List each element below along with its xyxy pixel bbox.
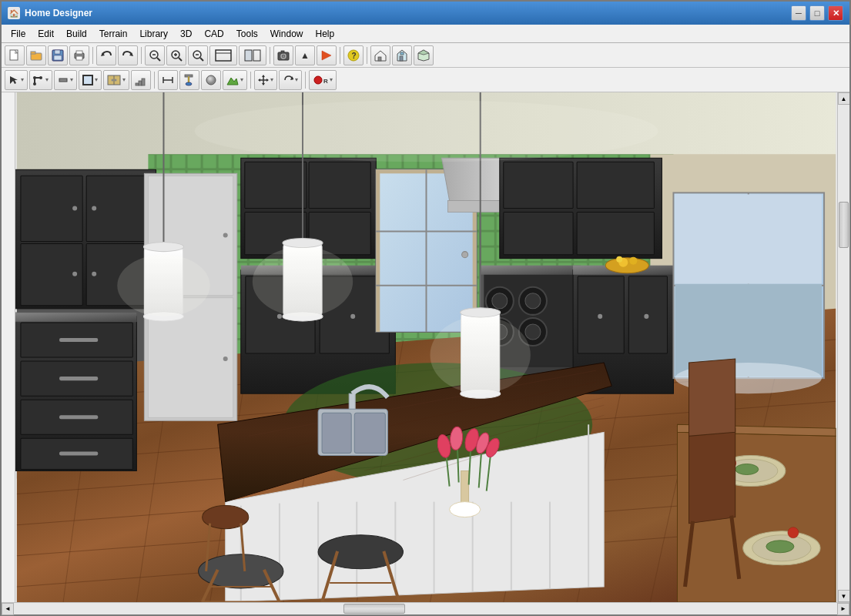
svg-rect-48	[136, 83, 139, 85]
print-button[interactable]	[69, 45, 89, 65]
svg-rect-24	[253, 50, 260, 61]
svg-rect-148	[577, 212, 654, 254]
scroll-track-horizontal	[14, 603, 837, 614]
arrow-right-button[interactable]	[317, 45, 337, 65]
svg-point-126	[277, 314, 282, 319]
help-button[interactable]: ?	[343, 45, 364, 65]
svg-rect-145	[504, 162, 573, 208]
svg-point-111	[223, 357, 228, 361]
sep8	[305, 72, 306, 89]
maximize-button[interactable]: □	[809, 5, 825, 21]
menu-file[interactable]: File	[5, 27, 32, 41]
svg-point-248	[788, 527, 799, 538]
menu-edit[interactable]: Edit	[32, 27, 60, 41]
svg-rect-35	[400, 52, 404, 55]
kitchen-scene-svg	[15, 92, 837, 602]
svg-rect-146	[577, 162, 654, 208]
minimize-button[interactable]: ─	[791, 5, 806, 21]
arrow-up-button[interactable]: ▲	[295, 45, 315, 65]
sep5	[367, 47, 367, 64]
zoom-fit-button[interactable]	[145, 45, 165, 65]
svg-rect-7	[76, 51, 82, 54]
scroll-down-button[interactable]: ▼	[838, 590, 850, 602]
svg-point-169	[629, 257, 637, 265]
rotate-dropdown[interactable]: ▾	[279, 70, 302, 90]
svg-point-223	[461, 308, 501, 317]
house-front-button[interactable]	[392, 45, 412, 65]
open-button[interactable]	[26, 45, 46, 65]
polyline-dropdown[interactable]: ▾	[29, 70, 52, 90]
stairs-button[interactable]	[131, 70, 151, 90]
room-dropdown[interactable]: ▾	[79, 70, 102, 90]
menu-cad[interactable]: CAD	[198, 27, 230, 41]
svg-rect-34	[400, 56, 403, 61]
move-dropdown[interactable]: ▾	[254, 70, 277, 90]
paint-button[interactable]	[179, 70, 199, 90]
svg-point-170	[616, 256, 622, 263]
save-button[interactable]	[48, 45, 68, 65]
menu-window[interactable]: Window	[264, 27, 310, 41]
svg-point-106	[92, 272, 96, 276]
svg-marker-64	[266, 79, 269, 82]
redo-button[interactable]	[118, 45, 138, 65]
menu-terrain[interactable]: Terrain	[93, 27, 134, 41]
svg-marker-62	[262, 83, 265, 85]
zoom-out-button[interactable]	[188, 45, 208, 65]
menu-tools[interactable]: Tools	[230, 27, 264, 41]
view-toggle-button[interactable]	[239, 45, 266, 65]
menu-help[interactable]: Help	[309, 27, 340, 41]
sep1	[92, 47, 93, 64]
dimension-button[interactable]	[158, 70, 178, 90]
svg-rect-118	[59, 338, 98, 342]
cabinet-dropdown[interactable]: ▾	[103, 70, 129, 90]
scroll-track-vertical	[838, 105, 849, 590]
scroll-up-button[interactable]: ▲	[838, 92, 850, 105]
select-dropdown[interactable]: ▾	[5, 70, 28, 90]
scroll-thumb-horizontal[interactable]	[343, 604, 405, 614]
svg-text:REC: REC	[323, 78, 328, 85]
scroll-right-button[interactable]: ►	[837, 603, 849, 615]
svg-rect-197	[322, 413, 351, 453]
svg-point-104	[92, 206, 96, 210]
svg-line-19	[200, 58, 203, 61]
sep3	[270, 47, 270, 64]
terrain-dropdown[interactable]: ▾	[223, 70, 247, 90]
menu-3d[interactable]: 3D	[174, 27, 198, 41]
svg-point-57	[206, 75, 216, 85]
camera-button[interactable]	[273, 45, 293, 65]
canvas-area[interactable]	[15, 92, 837, 602]
svg-rect-119	[59, 377, 98, 380]
menu-library[interactable]: Library	[133, 27, 174, 41]
zoom-in-button[interactable]	[166, 45, 186, 65]
menu-build[interactable]: Build	[60, 27, 93, 41]
svg-rect-4	[55, 50, 60, 54]
svg-rect-135	[376, 169, 380, 332]
house-side-button[interactable]	[370, 45, 390, 65]
svg-rect-129	[245, 162, 307, 208]
svg-rect-121	[59, 451, 98, 455]
new-button[interactable]	[5, 45, 25, 65]
svg-marker-38	[10, 76, 18, 84]
scroll-left-button[interactable]: ◄	[2, 603, 14, 615]
kitchen-render	[15, 92, 837, 602]
svg-point-246	[766, 541, 794, 553]
material-button[interactable]	[201, 70, 221, 90]
svg-point-66	[314, 76, 322, 84]
scroll-thumb-vertical[interactable]	[839, 202, 849, 248]
house-3d-button[interactable]	[414, 45, 434, 65]
record-dropdown[interactable]: REC ▾	[309, 70, 337, 90]
svg-marker-251	[689, 428, 735, 523]
svg-point-56	[186, 82, 192, 85]
svg-rect-32	[378, 57, 381, 61]
wall-dropdown[interactable]: ▾	[54, 70, 77, 90]
svg-point-154	[525, 293, 541, 309]
close-button[interactable]: ✕	[828, 5, 843, 21]
svg-point-46	[112, 79, 114, 81]
undo-button[interactable]	[96, 45, 116, 65]
window-fit-button[interactable]	[209, 45, 237, 65]
svg-rect-23	[245, 50, 252, 61]
menu-bar: File Edit Build Terrain Library 3D CAD T…	[2, 25, 849, 43]
app-icon: 🏠	[8, 7, 20, 19]
main-content: ▲ ▼	[2, 92, 849, 602]
svg-point-213	[143, 243, 183, 252]
